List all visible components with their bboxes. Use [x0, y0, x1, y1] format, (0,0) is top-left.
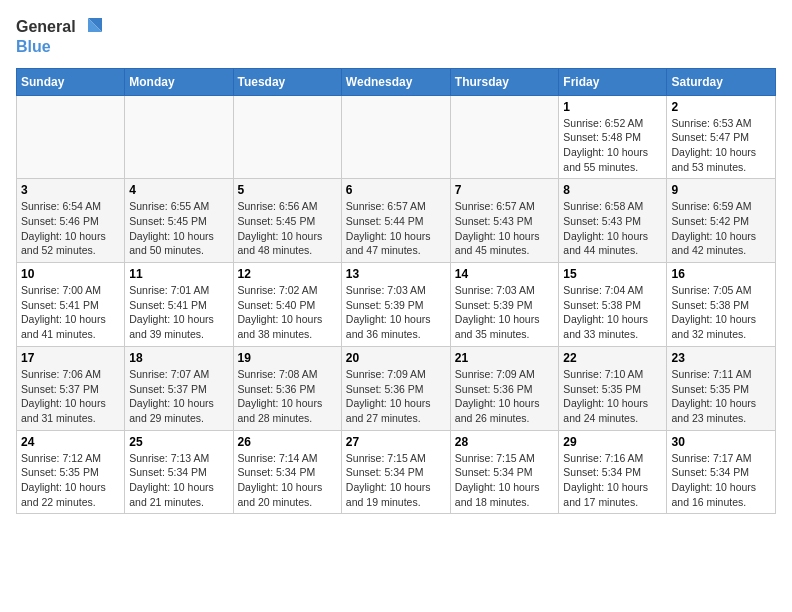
calendar-cell: 14Sunrise: 7:03 AM Sunset: 5:39 PM Dayli… — [450, 263, 559, 347]
day-number: 28 — [455, 435, 555, 449]
day-info: Sunrise: 7:01 AM Sunset: 5:41 PM Dayligh… — [129, 283, 228, 342]
day-info: Sunrise: 7:15 AM Sunset: 5:34 PM Dayligh… — [346, 451, 446, 510]
logo-text: General Blue — [16, 16, 102, 56]
day-number: 22 — [563, 351, 662, 365]
day-number: 5 — [238, 183, 337, 197]
calendar-week-row: 24Sunrise: 7:12 AM Sunset: 5:35 PM Dayli… — [17, 430, 776, 514]
calendar-cell — [17, 95, 125, 179]
calendar-cell: 11Sunrise: 7:01 AM Sunset: 5:41 PM Dayli… — [125, 263, 233, 347]
day-number: 18 — [129, 351, 228, 365]
calendar-cell: 26Sunrise: 7:14 AM Sunset: 5:34 PM Dayli… — [233, 430, 341, 514]
day-info: Sunrise: 7:02 AM Sunset: 5:40 PM Dayligh… — [238, 283, 337, 342]
calendar-week-row: 17Sunrise: 7:06 AM Sunset: 5:37 PM Dayli… — [17, 346, 776, 430]
calendar-header-row: SundayMondayTuesdayWednesdayThursdayFrid… — [17, 68, 776, 95]
day-number: 2 — [671, 100, 771, 114]
day-info: Sunrise: 6:55 AM Sunset: 5:45 PM Dayligh… — [129, 199, 228, 258]
day-info: Sunrise: 6:59 AM Sunset: 5:42 PM Dayligh… — [671, 199, 771, 258]
calendar-cell: 9Sunrise: 6:59 AM Sunset: 5:42 PM Daylig… — [667, 179, 776, 263]
day-info: Sunrise: 7:03 AM Sunset: 5:39 PM Dayligh… — [455, 283, 555, 342]
day-info: Sunrise: 6:53 AM Sunset: 5:47 PM Dayligh… — [671, 116, 771, 175]
calendar-cell: 7Sunrise: 6:57 AM Sunset: 5:43 PM Daylig… — [450, 179, 559, 263]
day-number: 23 — [671, 351, 771, 365]
calendar-cell — [125, 95, 233, 179]
calendar-cell — [341, 95, 450, 179]
day-info: Sunrise: 7:16 AM Sunset: 5:34 PM Dayligh… — [563, 451, 662, 510]
day-number: 7 — [455, 183, 555, 197]
day-info: Sunrise: 7:00 AM Sunset: 5:41 PM Dayligh… — [21, 283, 120, 342]
calendar-table: SundayMondayTuesdayWednesdayThursdayFrid… — [16, 68, 776, 515]
day-info: Sunrise: 7:17 AM Sunset: 5:34 PM Dayligh… — [671, 451, 771, 510]
calendar-cell: 10Sunrise: 7:00 AM Sunset: 5:41 PM Dayli… — [17, 263, 125, 347]
day-info: Sunrise: 7:07 AM Sunset: 5:37 PM Dayligh… — [129, 367, 228, 426]
calendar-cell: 19Sunrise: 7:08 AM Sunset: 5:36 PM Dayli… — [233, 346, 341, 430]
day-info: Sunrise: 7:04 AM Sunset: 5:38 PM Dayligh… — [563, 283, 662, 342]
day-info: Sunrise: 7:14 AM Sunset: 5:34 PM Dayligh… — [238, 451, 337, 510]
calendar-cell: 4Sunrise: 6:55 AM Sunset: 5:45 PM Daylig… — [125, 179, 233, 263]
calendar-cell: 17Sunrise: 7:06 AM Sunset: 5:37 PM Dayli… — [17, 346, 125, 430]
calendar-cell: 16Sunrise: 7:05 AM Sunset: 5:38 PM Dayli… — [667, 263, 776, 347]
weekday-header: Thursday — [450, 68, 559, 95]
day-number: 14 — [455, 267, 555, 281]
day-number: 11 — [129, 267, 228, 281]
day-number: 26 — [238, 435, 337, 449]
day-number: 17 — [21, 351, 120, 365]
calendar-cell: 29Sunrise: 7:16 AM Sunset: 5:34 PM Dayli… — [559, 430, 667, 514]
day-info: Sunrise: 7:13 AM Sunset: 5:34 PM Dayligh… — [129, 451, 228, 510]
day-info: Sunrise: 6:54 AM Sunset: 5:46 PM Dayligh… — [21, 199, 120, 258]
day-info: Sunrise: 6:57 AM Sunset: 5:44 PM Dayligh… — [346, 199, 446, 258]
day-info: Sunrise: 7:09 AM Sunset: 5:36 PM Dayligh… — [346, 367, 446, 426]
day-number: 13 — [346, 267, 446, 281]
calendar-cell: 20Sunrise: 7:09 AM Sunset: 5:36 PM Dayli… — [341, 346, 450, 430]
calendar-cell: 22Sunrise: 7:10 AM Sunset: 5:35 PM Dayli… — [559, 346, 667, 430]
page-header: General Blue — [16, 16, 776, 56]
day-number: 15 — [563, 267, 662, 281]
day-number: 3 — [21, 183, 120, 197]
calendar-cell: 2Sunrise: 6:53 AM Sunset: 5:47 PM Daylig… — [667, 95, 776, 179]
weekday-header: Monday — [125, 68, 233, 95]
calendar-cell: 13Sunrise: 7:03 AM Sunset: 5:39 PM Dayli… — [341, 263, 450, 347]
day-number: 8 — [563, 183, 662, 197]
weekday-header: Saturday — [667, 68, 776, 95]
calendar-cell: 25Sunrise: 7:13 AM Sunset: 5:34 PM Dayli… — [125, 430, 233, 514]
day-info: Sunrise: 7:15 AM Sunset: 5:34 PM Dayligh… — [455, 451, 555, 510]
weekday-header: Sunday — [17, 68, 125, 95]
calendar-week-row: 1Sunrise: 6:52 AM Sunset: 5:48 PM Daylig… — [17, 95, 776, 179]
day-info: Sunrise: 7:10 AM Sunset: 5:35 PM Dayligh… — [563, 367, 662, 426]
calendar-cell: 5Sunrise: 6:56 AM Sunset: 5:45 PM Daylig… — [233, 179, 341, 263]
day-number: 19 — [238, 351, 337, 365]
day-number: 12 — [238, 267, 337, 281]
day-number: 4 — [129, 183, 228, 197]
day-info: Sunrise: 6:52 AM Sunset: 5:48 PM Dayligh… — [563, 116, 662, 175]
day-number: 21 — [455, 351, 555, 365]
weekday-header: Tuesday — [233, 68, 341, 95]
calendar-cell: 6Sunrise: 6:57 AM Sunset: 5:44 PM Daylig… — [341, 179, 450, 263]
calendar-cell: 18Sunrise: 7:07 AM Sunset: 5:37 PM Dayli… — [125, 346, 233, 430]
day-info: Sunrise: 7:08 AM Sunset: 5:36 PM Dayligh… — [238, 367, 337, 426]
calendar-cell: 24Sunrise: 7:12 AM Sunset: 5:35 PM Dayli… — [17, 430, 125, 514]
weekday-header: Friday — [559, 68, 667, 95]
calendar-cell — [450, 95, 559, 179]
logo: General Blue — [16, 16, 102, 56]
weekday-header: Wednesday — [341, 68, 450, 95]
day-info: Sunrise: 7:06 AM Sunset: 5:37 PM Dayligh… — [21, 367, 120, 426]
day-number: 27 — [346, 435, 446, 449]
day-number: 29 — [563, 435, 662, 449]
calendar-cell — [233, 95, 341, 179]
calendar-week-row: 3Sunrise: 6:54 AM Sunset: 5:46 PM Daylig… — [17, 179, 776, 263]
calendar-cell: 15Sunrise: 7:04 AM Sunset: 5:38 PM Dayli… — [559, 263, 667, 347]
calendar-cell: 27Sunrise: 7:15 AM Sunset: 5:34 PM Dayli… — [341, 430, 450, 514]
calendar-cell: 3Sunrise: 6:54 AM Sunset: 5:46 PM Daylig… — [17, 179, 125, 263]
day-info: Sunrise: 7:03 AM Sunset: 5:39 PM Dayligh… — [346, 283, 446, 342]
calendar-cell: 23Sunrise: 7:11 AM Sunset: 5:35 PM Dayli… — [667, 346, 776, 430]
day-info: Sunrise: 7:09 AM Sunset: 5:36 PM Dayligh… — [455, 367, 555, 426]
calendar-cell: 30Sunrise: 7:17 AM Sunset: 5:34 PM Dayli… — [667, 430, 776, 514]
calendar-cell: 12Sunrise: 7:02 AM Sunset: 5:40 PM Dayli… — [233, 263, 341, 347]
day-number: 10 — [21, 267, 120, 281]
calendar-cell: 21Sunrise: 7:09 AM Sunset: 5:36 PM Dayli… — [450, 346, 559, 430]
day-number: 1 — [563, 100, 662, 114]
day-number: 30 — [671, 435, 771, 449]
calendar-cell: 28Sunrise: 7:15 AM Sunset: 5:34 PM Dayli… — [450, 430, 559, 514]
day-info: Sunrise: 6:57 AM Sunset: 5:43 PM Dayligh… — [455, 199, 555, 258]
day-info: Sunrise: 7:05 AM Sunset: 5:38 PM Dayligh… — [671, 283, 771, 342]
day-info: Sunrise: 6:56 AM Sunset: 5:45 PM Dayligh… — [238, 199, 337, 258]
